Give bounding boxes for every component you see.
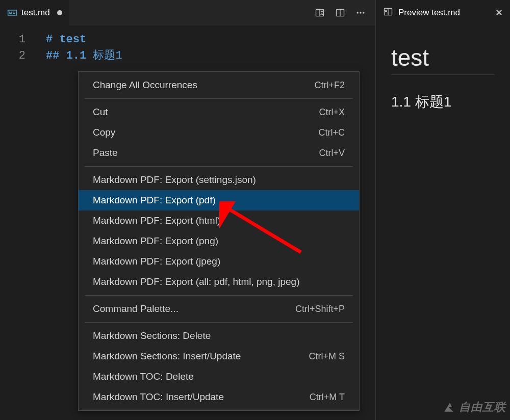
svg-point-7 (363, 12, 364, 13)
context-menu-item-label: Cut (93, 106, 108, 118)
preview-tab-bar: Preview test.md ✕ (376, 0, 510, 25)
context-menu-item-label: Markdown PDF: Export (jpeg) (93, 255, 220, 268)
context-menu-item[interactable]: Markdown TOC: Delete (79, 366, 359, 387)
svg-point-6 (360, 12, 361, 13)
context-menu-item[interactable]: Change All OccurrencesCtrl+F2 (79, 75, 359, 95)
code-line[interactable]: # test (46, 32, 375, 48)
watermark: 自由互联 (443, 400, 506, 415)
watermark-text: 自由互联 (459, 400, 506, 415)
context-menu-item-label: Change All Occurrences (93, 79, 197, 91)
markdown-file-icon (7, 8, 17, 18)
open-preview-side-button[interactable] (314, 7, 325, 18)
editor-pane: test.md 1 2 (0, 0, 375, 420)
context-menu-item[interactable]: Markdown Sections: Delete (79, 326, 359, 346)
context-menu-item-label: Paste (93, 147, 118, 159)
context-menu-item-shortcut: Ctrl+C (318, 126, 345, 139)
context-menu-item-shortcut: Ctrl+F2 (314, 79, 345, 91)
context-menu-item-shortcut: Ctrl+V (319, 147, 345, 159)
editor-tab-label: test.md (21, 8, 50, 18)
context-menu-item[interactable]: Markdown PDF: Export (settings.json) (79, 170, 359, 190)
svg-point-5 (357, 12, 359, 13)
svg-point-2 (321, 11, 323, 12)
context-menu-item[interactable]: PasteCtrl+V (79, 143, 359, 163)
context-menu-separator (85, 98, 353, 99)
context-menu-item-label: Markdown PDF: Export (png) (93, 235, 218, 247)
context-menu-item[interactable]: Markdown PDF: Export (jpeg) (79, 251, 359, 272)
code-line[interactable]: ## 1.1 标题1 (46, 48, 375, 64)
heading-text: test (59, 33, 86, 46)
preview-body: test 1.1 标题1 (376, 25, 510, 130)
context-menu-separator (85, 295, 353, 296)
context-menu-item[interactable]: Markdown PDF: Export (png) (79, 231, 359, 251)
editor-tab-actions (314, 0, 375, 25)
preview-tab-label: Preview test.md (398, 8, 460, 18)
context-menu-item-label: Markdown PDF: Export (html) (93, 215, 220, 227)
more-actions-button[interactable] (355, 7, 366, 18)
editor-tab-testmd[interactable]: test.md (0, 0, 70, 25)
context-menu-item-label: Copy (93, 126, 115, 139)
context-menu-item-label: Markdown Sections: Insert/Update (93, 350, 241, 362)
editor-body[interactable]: 1 2 # test ## 1.1 标题1 (0, 25, 375, 64)
editor-tab-bar: test.md (0, 0, 375, 25)
context-menu-item[interactable]: Markdown PDF: Export (html) (79, 211, 359, 231)
line-number: 2 (0, 48, 26, 64)
context-menu-item[interactable]: Markdown TOC: Insert/UpdateCtrl+M T (79, 387, 359, 407)
context-menu-item[interactable]: CopyCtrl+C (79, 122, 359, 143)
context-menu-item[interactable]: CutCtrl+X (79, 102, 359, 122)
line-number-gutter: 1 2 (0, 32, 36, 64)
code-lines[interactable]: # test ## 1.1 标题1 (46, 32, 375, 64)
context-menu-item-label: Markdown TOC: Delete (93, 371, 194, 383)
context-menu-item-label: Markdown Sections: Delete (93, 330, 211, 342)
heading-text: 标题1 (93, 49, 122, 62)
preview-heading2: 1.1 标题1 (391, 92, 495, 112)
context-menu-item-label: Command Palette... (93, 303, 178, 315)
preview-tab[interactable]: Preview test.md ✕ (376, 0, 510, 25)
context-menu-item-shortcut: Ctrl+Shift+P (295, 303, 345, 315)
markdown-hash-token: # (46, 33, 53, 46)
markdown-hash-token: ## (46, 49, 59, 62)
line-number: 1 (0, 32, 26, 48)
split-editor-button[interactable] (335, 7, 346, 18)
preview-heading1: test (391, 44, 495, 75)
context-menu-separator (85, 322, 353, 323)
heading-prefix: 1.1 (66, 49, 87, 62)
context-menu-item[interactable]: Markdown PDF: Export (pdf) (79, 190, 359, 211)
context-menu-item-label: Markdown TOC: Insert/Update (93, 391, 224, 403)
context-menu-item[interactable]: Markdown Sections: Insert/UpdateCtrl+M S (79, 346, 359, 366)
close-icon[interactable]: ✕ (495, 7, 503, 18)
context-menu-item[interactable]: Command Palette...Ctrl+Shift+P (79, 299, 359, 319)
svg-point-11 (385, 10, 387, 11)
context-menu-item[interactable]: Markdown PDF: Export (all: pdf, html, pn… (79, 272, 359, 292)
dirty-indicator-icon (57, 10, 62, 15)
context-menu: Change All OccurrencesCtrl+F2CutCtrl+XCo… (78, 71, 360, 411)
preview-pane: Preview test.md ✕ test 1.1 标题1 (375, 0, 510, 420)
context-menu-item-label: Markdown PDF: Export (pdf) (93, 194, 216, 206)
context-menu-item-label: Markdown PDF: Export (all: pdf, html, pn… (93, 276, 300, 288)
context-menu-separator (85, 166, 353, 167)
context-menu-item-shortcut: Ctrl+M S (309, 350, 345, 362)
context-menu-item-shortcut: Ctrl+X (319, 106, 345, 118)
preview-icon (383, 7, 393, 19)
context-menu-item-shortcut: Ctrl+M T (310, 391, 345, 403)
context-menu-item-label: Markdown PDF: Export (settings.json) (93, 174, 256, 186)
